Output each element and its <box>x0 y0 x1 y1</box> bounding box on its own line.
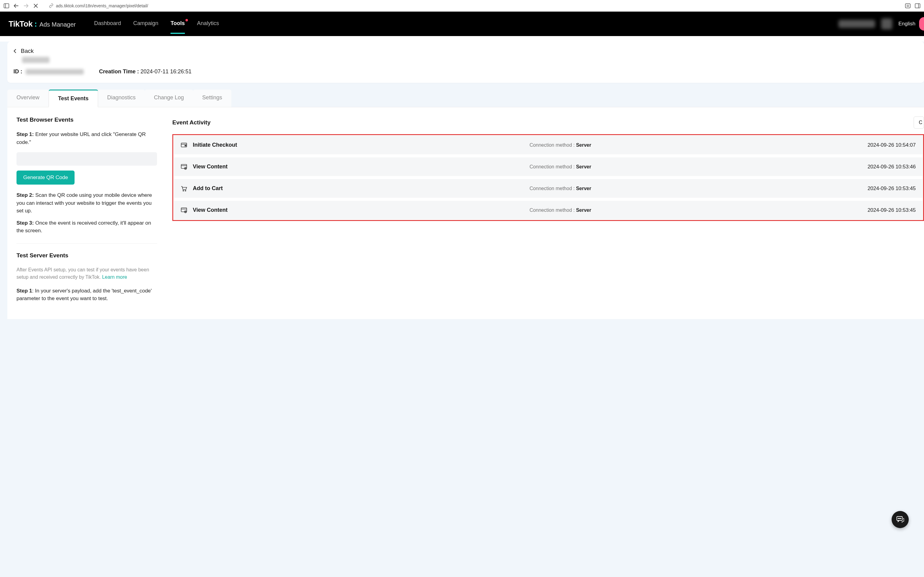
event-row[interactable]: Add to CartConnection method : Server202… <box>174 179 922 198</box>
notification-dot-icon <box>185 19 188 21</box>
chat-fab[interactable] <box>892 511 909 528</box>
svg-point-20 <box>899 518 900 519</box>
server-events-description: After Events API setup, you can test if … <box>16 266 157 281</box>
nav-dashboard[interactable]: Dashboard <box>94 20 121 28</box>
event-row[interactable]: View ContentConnection method : Server20… <box>174 157 922 176</box>
step-1: Step 1: Enter your website URL and click… <box>16 131 157 146</box>
language-selector[interactable]: English <box>898 21 916 27</box>
step-2: Step 2: Scan the QR code using your mobi… <box>16 191 157 215</box>
website-url-input[interactable] <box>16 152 157 166</box>
sidebar-toggle-icon[interactable] <box>4 3 9 8</box>
chat-icon <box>896 516 904 523</box>
browser-toolbar: ads.tiktok.com/i18n/events_manager/pixel… <box>0 0 924 11</box>
address-bar[interactable]: ads.tiktok.com/i18n/events_manager/pixel… <box>49 3 148 8</box>
event-timestamp: 2024-09-26 10:53:45 <box>855 185 916 192</box>
event-timestamp: 2024-09-26 10:54:07 <box>855 142 916 148</box>
svg-point-21 <box>900 518 901 519</box>
tab-settings[interactable]: Settings <box>193 90 231 107</box>
clear-button[interactable]: C <box>914 116 924 129</box>
checkout-icon <box>180 142 187 148</box>
svg-rect-14 <box>181 208 187 212</box>
test-server-events-title: Test Server Events <box>16 252 157 259</box>
event-name: Add to Cart <box>193 185 266 192</box>
event-connection: Connection method : Server <box>272 186 849 191</box>
svg-rect-0 <box>4 4 9 8</box>
step-2-label: Step 2: <box>16 192 34 198</box>
svg-point-19 <box>898 518 899 519</box>
event-connection: Connection method : Server <box>272 142 849 148</box>
step-2-text: Scan the QR code using your mobile devic… <box>16 192 152 214</box>
event-row[interactable]: View ContentConnection method : Server20… <box>174 201 922 219</box>
view-icon <box>180 164 187 170</box>
account-switcher-redacted[interactable] <box>881 18 892 29</box>
pixel-id-redacted <box>26 69 84 74</box>
url-text: ads.tiktok.com/i18n/events_manager/pixel… <box>56 3 148 8</box>
back-button[interactable]: Back <box>13 48 916 55</box>
event-timestamp: 2024-09-26 10:53:46 <box>855 164 916 170</box>
svg-point-17 <box>185 211 186 212</box>
cart-icon <box>180 185 187 192</box>
server-step-1-label: Step 1 <box>16 288 32 294</box>
account-name-redacted[interactable] <box>839 20 875 28</box>
event-name: View Content <box>193 207 266 213</box>
tab-overview[interactable]: Overview <box>7 90 48 107</box>
event-connection: Connection method : Server <box>272 208 849 213</box>
pixel-header-card: Back ID : Creation Time : 2024-07-11 16:… <box>7 42 924 83</box>
svg-rect-7 <box>185 145 186 146</box>
nav-analytics[interactable]: Analytics <box>197 20 219 28</box>
logo-subtitle: Ads Manager <box>39 21 76 28</box>
nav-tools-label: Tools <box>171 20 185 26</box>
test-browser-events-title: Test Browser Events <box>16 116 157 123</box>
tab-diagnostics[interactable]: Diagnostics <box>98 90 145 107</box>
reader-icon[interactable] <box>905 3 911 8</box>
creation-time: Creation Time : 2024-07-11 16:26:51 <box>99 68 192 75</box>
server-events-desc-text: After Events API setup, you can test if … <box>16 267 149 280</box>
event-timestamp: 2024-09-26 10:53:45 <box>855 207 916 213</box>
nav-campaign[interactable]: Campaign <box>133 20 158 28</box>
app-header: TikTok: Ads Manager Dashboard Campaign T… <box>0 11 924 36</box>
event-activity-list: Initiate CheckoutConnection method : Ser… <box>172 134 924 221</box>
tab-test-events[interactable]: Test Events <box>48 90 98 107</box>
pixel-name-redacted <box>22 57 50 63</box>
server-step-1: Step 1: In your server's payload, add th… <box>16 287 157 303</box>
pixel-id: ID : <box>13 68 84 75</box>
generate-qr-button[interactable]: Generate QR Code <box>16 171 74 185</box>
back-label: Back <box>21 48 34 55</box>
logo-text: TikTok <box>8 19 32 29</box>
close-icon[interactable] <box>33 3 39 8</box>
svg-rect-2 <box>905 4 910 8</box>
svg-rect-3 <box>915 4 920 8</box>
divider <box>16 243 157 243</box>
tab-change-log[interactable]: Change Log <box>145 90 193 107</box>
step-1-text: Enter your website URL and click "Genera… <box>16 131 146 145</box>
learn-more-link[interactable]: Learn more <box>102 274 127 280</box>
chevron-left-icon <box>13 48 16 53</box>
tabs: Overview Test Events Diagnostics Change … <box>7 90 924 107</box>
logo[interactable]: TikTok: Ads Manager <box>8 19 76 29</box>
event-name: Initiate Checkout <box>193 142 266 148</box>
event-connection: Connection method : Server <box>272 164 849 169</box>
event-activity-title: Event Activity <box>172 119 211 126</box>
event-row[interactable]: Initiate CheckoutConnection method : Ser… <box>174 136 922 154</box>
creation-time-value: 2024-07-11 16:26:51 <box>140 68 192 74</box>
back-icon[interactable] <box>13 3 19 8</box>
logo-colon-icon: : <box>34 19 37 29</box>
id-label: ID : <box>13 68 22 74</box>
link-icon <box>49 3 53 8</box>
forward-icon <box>23 3 29 8</box>
step-3-label: Step 3: <box>16 220 34 226</box>
svg-point-11 <box>185 168 186 168</box>
panel-icon[interactable] <box>915 3 920 8</box>
avatar[interactable] <box>919 17 924 31</box>
step-1-label: Step 1: <box>16 131 34 137</box>
top-nav: Dashboard Campaign Tools Analytics <box>94 20 219 28</box>
svg-point-12 <box>183 190 184 191</box>
svg-point-13 <box>185 190 186 191</box>
step-3: Step 3: Once the event is received corre… <box>16 219 157 235</box>
step-3-text: Once the event is received correctly, it… <box>16 220 151 234</box>
server-step-1-text: : In your server's payload, add the 'tes… <box>16 288 152 301</box>
event-name: View Content <box>193 163 266 170</box>
svg-rect-8 <box>181 164 187 168</box>
nav-tools[interactable]: Tools <box>171 20 185 28</box>
creation-time-label: Creation Time : <box>99 68 139 74</box>
